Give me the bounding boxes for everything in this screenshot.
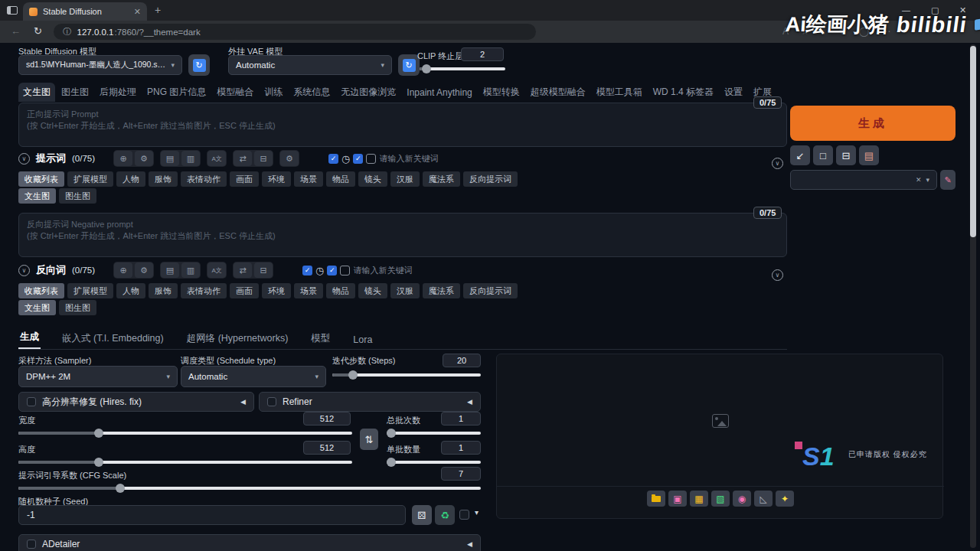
tab-train[interactable]: 训练 — [260, 83, 287, 102]
refiner-accordion[interactable]: Refiner ◀ — [259, 392, 481, 412]
new-keyword-input[interactable] — [379, 154, 452, 163]
back-icon[interactable]: ← — [11, 25, 21, 37]
browser-tab[interactable]: Stable Diffusion ✕ — [23, 2, 147, 21]
height-slider[interactable] — [18, 461, 352, 464]
edit-styles-button[interactable]: ✎ — [940, 170, 956, 190]
sampler-dropdown[interactable]: DPM++ 2M ▾ — [18, 366, 178, 387]
prompt-collapse-chevron-icon[interactable]: ∨ — [772, 158, 783, 169]
tab-super-merger[interactable]: 超级模型融合 — [526, 83, 590, 102]
cat-negative[interactable]: 反向提示词 — [463, 283, 518, 298]
steps-value[interactable]: 20 — [443, 354, 481, 367]
clock-icon[interactable]: ◷ — [315, 265, 324, 276]
sd-model-dropdown[interactable]: sd1.5\MYHuman-墨幽人造人_1090.safetensors ▾ — [18, 55, 182, 75]
translate-icon[interactable]: A文 — [207, 262, 226, 278]
extra-seed-checkbox[interactable] — [459, 510, 469, 520]
cat-favorites[interactable]: 收藏列表 — [18, 283, 64, 298]
collapse-chevron-icon[interactable]: ∨ — [18, 265, 30, 276]
tab-lora[interactable]: Lora — [351, 331, 374, 349]
magic-gear-icon[interactable]: ⚙ — [280, 151, 299, 166]
tab-generation[interactable]: 生成 — [18, 327, 41, 349]
tab-system-info[interactable]: 系统信息 — [289, 83, 335, 102]
style-apply-button[interactable]: ▤ — [859, 145, 879, 165]
trash-icon[interactable]: ⊟ — [254, 151, 273, 166]
clip-skip-slider[interactable] — [420, 67, 505, 70]
send-to-extras-button[interactable]: ◺ — [754, 491, 773, 507]
clear-prompt-button[interactable]: ⊟ — [836, 145, 856, 165]
cat-expression[interactable]: 表情动作 — [181, 171, 227, 187]
cat-favorites[interactable]: 收藏列表 — [18, 171, 64, 187]
collapse-chevron-icon[interactable]: ∨ — [18, 153, 30, 165]
cat-scene[interactable]: 画面 — [230, 171, 259, 187]
translate-icon[interactable]: A文 — [207, 151, 226, 166]
checkbox-unchecked[interactable] — [340, 266, 350, 276]
checkbox-auto[interactable]: ✓ — [353, 154, 363, 164]
mode-img2img[interactable]: 图生图 — [59, 188, 96, 204]
tab-inpaint-anything[interactable]: Inpaint Anything — [402, 84, 476, 101]
tab-infinite-image-browsing[interactable]: 无边图像浏览 — [336, 83, 400, 102]
globe-icon[interactable]: ⊕ — [114, 151, 132, 166]
card-doc-icon[interactable]: ▥ — [181, 151, 200, 166]
mode-txt2img[interactable]: 文生图 — [18, 300, 56, 315]
checkbox-translate[interactable]: ✓ — [328, 154, 338, 164]
vae-refresh-button[interactable]: ↻ — [398, 54, 420, 76]
exchange-icon[interactable]: ⇄ — [234, 151, 252, 166]
clip-skip-value[interactable]: 2 — [461, 47, 504, 61]
tab-ti-embedding[interactable]: 嵌入式 (T.I. Embedding) — [60, 328, 165, 349]
tab-wd14-tagger[interactable]: WD 1.4 标签器 — [648, 83, 718, 102]
globe-icon[interactable]: ⊕ — [114, 262, 132, 278]
batch-size-slider[interactable] — [387, 461, 481, 464]
new-keyword-input[interactable] — [353, 266, 426, 275]
adetailer-accordion[interactable]: ADetailer ◀ — [18, 534, 481, 551]
tab-txt2img[interactable]: 文生图 — [18, 83, 55, 102]
checkbox-unchecked[interactable] — [366, 154, 376, 164]
trash-icon[interactable]: ⊟ — [254, 262, 273, 278]
negative-collapse-chevron-icon[interactable]: ∨ — [772, 269, 783, 281]
send-to-img2img-button[interactable]: ▧ — [711, 491, 730, 507]
cfg-value[interactable]: 7 — [441, 467, 481, 481]
send-to-inpaint-button[interactable]: ◉ — [733, 491, 751, 507]
paste-generation-params-button[interactable]: ↙ — [790, 145, 810, 165]
cat-environment[interactable]: 环境 — [262, 171, 291, 187]
tab-model-converter[interactable]: 模型转换 — [479, 83, 524, 102]
cat-scene[interactable]: 画面 — [230, 283, 259, 298]
width-value[interactable]: 512 — [303, 412, 351, 425]
swap-dimensions-button[interactable]: ⇅ — [360, 429, 378, 450]
mode-txt2img[interactable]: 文生图 — [18, 188, 56, 204]
card-doc-icon[interactable]: ▥ — [181, 262, 200, 278]
chevron-down-icon[interactable]: ▾ — [926, 176, 929, 184]
cat-magic[interactable]: 魔法系 — [423, 171, 460, 187]
edit-doc-icon[interactable]: ▤ — [161, 151, 179, 166]
gear-icon[interactable]: ⚙ — [135, 151, 153, 166]
seed-caret-icon[interactable]: ▾ — [475, 508, 479, 517]
upscale-button[interactable]: ✦ — [776, 491, 794, 507]
cat-hanfu[interactable]: 汉服 — [390, 171, 420, 187]
tab-model-toolkit[interactable]: 模型工具箱 — [592, 83, 647, 102]
clear-icon[interactable]: ✕ — [916, 176, 922, 184]
hires-fix-accordion[interactable]: 高分辨率修复 (Hires. fix) ◀ — [18, 392, 254, 412]
generate-button[interactable]: 生成 — [790, 106, 956, 141]
cat-extensions[interactable]: 扩展模型 — [67, 171, 113, 187]
new-tab-button[interactable]: + — [155, 4, 161, 16]
prompt-textarea[interactable] — [18, 103, 787, 147]
steps-slider[interactable] — [332, 373, 481, 377]
tab-png-info[interactable]: PNG 图片信息 — [142, 83, 211, 102]
tab-search-icon[interactable] — [7, 6, 18, 15]
checkbox-translate[interactable]: ✓ — [302, 266, 312, 276]
adetailer-checkbox[interactable] — [27, 540, 36, 549]
cat-environment[interactable]: 环境 — [262, 283, 291, 298]
cat-location[interactable]: 场景 — [294, 171, 323, 187]
tab-checkpoint-merger[interactable]: 模型融合 — [212, 83, 258, 102]
reload-icon[interactable]: ↻ — [34, 25, 42, 37]
hires-checkbox[interactable] — [27, 397, 36, 406]
batch-size-value[interactable]: 1 — [441, 441, 481, 455]
cat-clothes[interactable]: 服饰 — [149, 283, 178, 298]
schedule-dropdown[interactable]: Automatic ▾ — [181, 366, 326, 387]
site-info-icon[interactable]: ⓘ — [63, 26, 72, 37]
tab-hypernetworks[interactable]: 超网络 (Hypernetworks) — [185, 328, 290, 349]
scrollbar-thumb[interactable] — [970, 46, 976, 237]
cfg-slider[interactable] — [18, 487, 481, 490]
gear-icon[interactable]: ⚙ — [135, 262, 153, 278]
tab-settings[interactable]: 设置 — [720, 83, 747, 102]
open-folder-button[interactable] — [647, 491, 665, 507]
tab-extras[interactable]: 后期处理 — [95, 83, 141, 102]
